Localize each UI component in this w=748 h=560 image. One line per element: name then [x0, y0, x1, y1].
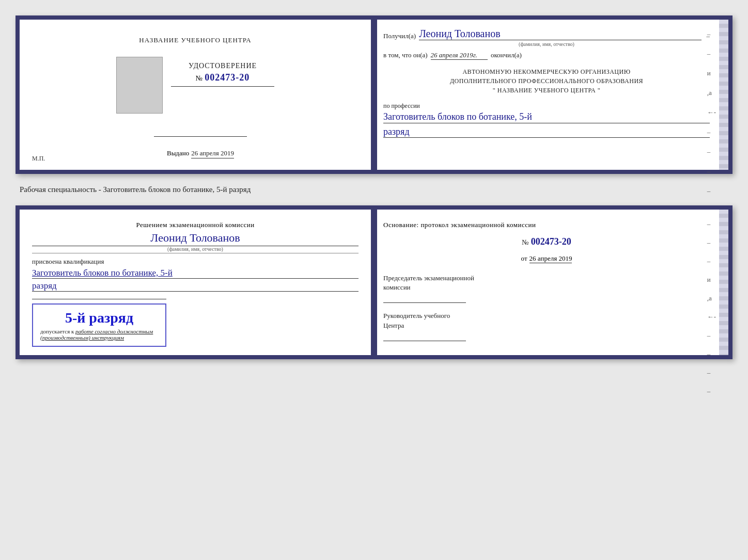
vtom-line: в том, что он(а) 26 апреля 2019г. окончи…	[383, 51, 710, 60]
number-underline	[171, 86, 274, 87]
rabote-label: работе согласно должностным	[75, 328, 153, 334]
vtom-suffix: окончил(а)	[491, 51, 522, 59]
chairman-line2: комиссии	[383, 283, 411, 291]
chairman-signature-line	[383, 302, 466, 303]
org-block: АВТОНОМНУЮ НЕКОММЕРЧЕСКУЮ ОРГАНИЗАЦИЮ ДО…	[383, 67, 710, 95]
vydano-date: 26 апреля 2019	[191, 149, 234, 158]
org-line2: ДОПОЛНИТЕЛЬНОГО ПРОФЕССИОНАЛЬНОГО ОБРАЗО…	[383, 76, 710, 86]
bottom-sig-line1	[32, 299, 166, 299]
signature-line-left	[154, 136, 247, 137]
bottom-doc-left: Решением экзаменационной комиссии Леонид…	[20, 210, 371, 355]
page-container: НАЗВАНИЕ УЧЕБНОГО ЦЕНТРА УДОСТОВЕРЕНИЕ №…	[10, 10, 738, 364]
bottom-person-name: Леонид Толованов	[32, 231, 359, 246]
vtom-prefix: в том, что он(а)	[383, 51, 428, 59]
razryad-value: разряд	[383, 126, 710, 138]
profession-value: Заготовитель блоков по ботанике, 5-й	[383, 111, 710, 123]
top-document: НАЗВАНИЕ УЧЕБНОГО ЦЕНТРА УДОСТОВЕРЕНИЕ №…	[15, 15, 733, 174]
edge-ya: ,а	[707, 89, 716, 97]
resheniyem-text: Решением экзаменационной комиссии	[32, 221, 359, 229]
chairman-block: Председатель экзаменационной комиссии	[383, 274, 710, 303]
stamp-box: 5-й разряд допускается к работе согласно…	[32, 303, 166, 347]
udostoverenie-title: УДОСТОВЕРЕНИЕ	[171, 62, 274, 70]
profession-block: по профессии Заготовитель блоков по бота…	[383, 102, 710, 138]
protocol-number: 002473-20	[531, 236, 571, 247]
rukovoditel-text: Руководитель учебного Центра	[383, 311, 710, 330]
ot-prefix: от	[521, 254, 527, 263]
instruktsiyam-label: (производственным) инструкциям	[40, 334, 158, 341]
razryad-value2: разряд	[32, 281, 359, 292]
qualification-value: Заготовитель блоков по ботанике, 5-й	[32, 268, 359, 279]
edge2-i: и	[707, 276, 716, 284]
rukovoditel-signature-line	[383, 341, 466, 341]
edge2-left: ←-	[707, 313, 716, 321]
chairman-line1: Председатель экзаменационной	[383, 274, 474, 282]
photo-placeholder	[116, 57, 163, 114]
edge2-ya: ,а	[707, 294, 716, 302]
vtom-date: 26 апреля 2019г.	[431, 51, 488, 60]
bottom-number-prefix: №	[522, 238, 528, 247]
ot-line: от 26 апреля 2019	[383, 254, 710, 263]
ot-date: 26 апреля 2019	[529, 254, 572, 263]
edge-i: и	[707, 69, 716, 77]
dopuskaetsya-label: допускается к	[40, 328, 74, 334]
right-edge-dashes: – – и ,а ←- – – – –	[707, 30, 716, 195]
mp-label: М.П.	[32, 155, 45, 163]
bottom-right-edge: – – – и ,а ←- – – – –	[707, 220, 716, 395]
chairman-text: Председатель экзаменационной комиссии	[383, 274, 710, 292]
rukovoditel-block: Руководитель учебного Центра	[383, 311, 710, 341]
recipient-name: Леонид Толованов	[419, 28, 701, 40]
bottom-fio-sub: (фамилия, имя, отчество)	[32, 246, 359, 253]
udostoverenie-block: УДОСТОВЕРЕНИЕ № 002473-20	[171, 62, 274, 87]
po-professii-label: по профессии	[383, 102, 710, 110]
osnovanie-text: Основание: протокол экзаменационной коми…	[383, 221, 710, 229]
rukovoditel-line1: Руководитель учебного	[383, 312, 450, 319]
stamp-dopuskaetsya: допускается к работе согласно должностны…	[40, 328, 158, 334]
top-doc-right: Получил(а) Леонид Толованов – (фамилия, …	[371, 20, 728, 170]
org-line3: " НАЗВАНИЕ УЧЕБНОГО ЦЕНТРА "	[383, 86, 710, 95]
top-doc-left: НАЗВАНИЕ УЧЕБНОГО ЦЕНТРА УДОСТОВЕРЕНИЕ №…	[20, 20, 371, 170]
number-prefix: №	[196, 74, 202, 83]
bottom-document: Решением экзаменационной комиссии Леонид…	[15, 205, 733, 359]
bottom-doc-right: Основание: протокол экзаменационной коми…	[371, 210, 728, 355]
edge-left: ←-	[707, 108, 716, 117]
rukovoditel-line2: Центра	[383, 322, 404, 329]
org-line1: АВТОНОМНУЮ НЕКОММЕРЧЕСКУЮ ОРГАНИЗАЦИЮ	[383, 67, 710, 76]
top-left-title: НАЗВАНИЕ УЧЕБНОГО ЦЕНТРА	[139, 36, 251, 44]
specialty-label: Рабочая специальность - Заготовитель бло…	[15, 183, 733, 196]
recipient-label: Получил(а)	[383, 32, 416, 40]
recipient-line: Получил(а) Леонид Толованов –	[383, 28, 710, 40]
vydano-label: Выдано	[167, 149, 189, 157]
udostoverenie-number: 002473-20	[205, 72, 250, 83]
stamp-razryad: 5-й разряд	[40, 310, 158, 326]
fio-sublabel: (фамилия, имя, отчество)	[383, 41, 710, 47]
prisvoena-text: присвоена квалификация	[32, 258, 359, 266]
vydano-block: Выдано 26 апреля 2019	[167, 149, 234, 158]
